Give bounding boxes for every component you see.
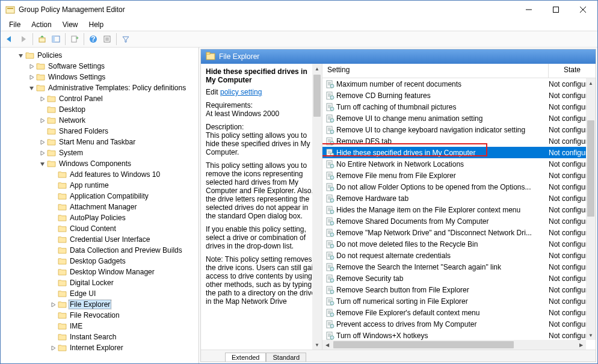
settings-list: Setting State Maximum number of recent d…	[322, 64, 596, 350]
setting-icon	[325, 91, 335, 100]
setting-row[interactable]: Remove Search button from File ExplorerN…	[322, 284, 596, 295]
requirements-label: Requirements:	[206, 101, 253, 110]
tree-node-label: Edge UI	[69, 289, 97, 298]
setting-row[interactable]: Do not request alternate credentialsNot …	[322, 250, 596, 261]
expand-toggle[interactable]	[38, 140, 46, 145]
tree-node[interactable]: Application Compatibility	[1, 191, 190, 202]
tree-node[interactable]: IME	[1, 321, 190, 332]
setting-row[interactable]: Remove Shared Documents from My Computer…	[322, 215, 596, 227]
tab-standard[interactable]: Standard	[266, 353, 306, 362]
expand-toggle[interactable]	[38, 118, 46, 123]
tree-node[interactable]: Desktop	[1, 104, 190, 115]
tab-extended[interactable]: Extended	[225, 353, 266, 362]
expand-toggle[interactable]	[27, 85, 35, 91]
setting-row[interactable]: Remove CD Burning featuresNot configure	[322, 90, 596, 101]
tree-node[interactable]: Desktop Window Manager	[1, 267, 190, 277]
setting-row[interactable]: Prevent access to drives from My Compute…	[322, 318, 596, 330]
list-scrollbar-vertical[interactable]: ▲ ▼	[586, 78, 596, 340]
tree-node[interactable]: Policies	[1, 50, 190, 61]
tree-node[interactable]: Attachment Manager	[1, 202, 190, 212]
tree-node[interactable]: Credential User Interface	[1, 234, 190, 245]
setting-row[interactable]: Hide these specified drives in My Comput…	[322, 147, 596, 158]
show-hide-tree-button[interactable]	[49, 32, 63, 46]
tree-node[interactable]: Windows Settings	[1, 72, 190, 82]
setting-row[interactable]: Hides the Manage item on the File Explor…	[322, 204, 596, 215]
export-button[interactable]	[68, 32, 81, 46]
tree-node[interactable]: File Explorer	[1, 299, 190, 310]
tree-node-label: Application Compatibility	[69, 192, 150, 200]
setting-row[interactable]: Remove the Search the Internet "Search a…	[322, 261, 596, 273]
svg-point-107	[330, 279, 334, 282]
properties-button[interactable]	[100, 32, 114, 46]
tree-node[interactable]: Control Panel	[1, 93, 190, 104]
setting-row[interactable]: Do not move deleted files to the Recycle…	[322, 238, 596, 250]
tree-node[interactable]: Windows Components	[1, 158, 190, 169]
expand-toggle[interactable]	[49, 345, 57, 351]
expand-toggle[interactable]	[49, 302, 57, 307]
setting-row[interactable]: No Entire Network in Network LocationsNo…	[322, 158, 596, 170]
menu-view[interactable]: View	[58, 20, 83, 29]
menu-file[interactable]: File	[4, 20, 25, 29]
expand-toggle[interactable]	[38, 150, 46, 156]
column-state[interactable]: State	[549, 64, 596, 78]
tree-node[interactable]: Desktop Gadgets	[1, 256, 190, 267]
expand-toggle[interactable]	[38, 161, 46, 167]
svg-text:?: ?	[91, 35, 95, 43]
setting-row[interactable]: Remove "Map Network Drive" and "Disconne…	[322, 227, 596, 238]
navigation-tree[interactable]: PoliciesSoftware SettingsWindows Setting…	[1, 48, 199, 363]
setting-row[interactable]: Remove File menu from File ExplorerNot c…	[322, 170, 596, 181]
tree-node[interactable]: Internet Explorer	[1, 342, 190, 353]
expand-toggle[interactable]	[27, 64, 35, 69]
setting-row[interactable]: Remove UI to change menu animation setti…	[322, 113, 596, 124]
tree-node[interactable]: Digital Locker	[1, 277, 190, 288]
tree-node-label: Desktop Gadgets	[69, 257, 127, 265]
back-button[interactable]	[3, 32, 16, 46]
selected-setting-title: Hide these specified drives in My Comput…	[206, 67, 317, 84]
list-scrollbar-horizontal[interactable]: ◀ ▶	[322, 340, 586, 350]
menu-action[interactable]: Action	[26, 20, 56, 29]
edit-policy-link[interactable]: policy setting	[220, 88, 262, 96]
tree-node[interactable]: System	[1, 147, 190, 158]
minimize-button[interactable]	[515, 1, 542, 18]
up-button[interactable]	[35, 32, 49, 46]
tree-node[interactable]: Software Settings	[1, 61, 190, 72]
tree-node[interactable]: Start Menu and Taskbar	[1, 137, 190, 147]
setting-row[interactable]: Remove DFS tabNot configure	[322, 135, 596, 147]
tree-node[interactable]: Cloud Content	[1, 223, 190, 234]
setting-row[interactable]: Remove Security tabNot configure	[322, 273, 596, 284]
setting-row[interactable]: Maximum number of recent documentsNot co…	[322, 78, 596, 90]
tree-node[interactable]: Network	[1, 115, 190, 126]
tree-node[interactable]: Instant Search	[1, 332, 190, 342]
setting-row[interactable]: Turn off numerical sorting in File Explo…	[322, 295, 596, 307]
setting-row[interactable]: Do not allow Folder Options to be opened…	[322, 181, 596, 193]
setting-label: Do not allow Folder Options to be opened…	[336, 183, 549, 191]
tree-node[interactable]: Data Collection and Preview Builds	[1, 245, 190, 256]
folder-icon	[57, 224, 67, 233]
setting-label: Remove "Map Network Drive" and "Disconne…	[336, 229, 549, 237]
svg-point-52	[330, 153, 334, 156]
tree-node[interactable]: Edge UI	[1, 288, 190, 299]
folder-icon	[57, 333, 67, 341]
setting-row[interactable]: Remove Hardware tabNot configure	[322, 193, 596, 204]
folder-icon	[57, 289, 67, 298]
tree-node[interactable]: App runtime	[1, 180, 190, 191]
maximize-button[interactable]	[542, 1, 569, 18]
tree-node[interactable]: Administrative Templates: Policy definit…	[1, 82, 190, 93]
column-setting[interactable]: Setting	[322, 64, 549, 78]
setting-row[interactable]: Turn off caching of thumbnail picturesNo…	[322, 101, 596, 113]
close-button[interactable]	[569, 1, 596, 18]
setting-row[interactable]: Remove UI to change keyboard navigation …	[322, 124, 596, 135]
forward-button[interactable]	[17, 32, 30, 46]
tree-node[interactable]: Add features to Windows 10	[1, 169, 190, 180]
description-scrollbar[interactable]: ▲ ▼	[312, 64, 322, 350]
expand-toggle[interactable]	[16, 53, 25, 58]
help-button[interactable]: ?	[87, 32, 100, 46]
filter-button[interactable]	[119, 32, 132, 46]
tree-node[interactable]: AutoPlay Policies	[1, 212, 190, 223]
setting-row[interactable]: Remove File Explorer's default context m…	[322, 307, 596, 318]
expand-toggle[interactable]	[38, 96, 46, 102]
expand-toggle[interactable]	[27, 75, 35, 80]
tree-node[interactable]: File Revocation	[1, 310, 190, 321]
menu-help[interactable]: Help	[84, 20, 109, 29]
tree-node[interactable]: Shared Folders	[1, 126, 190, 137]
